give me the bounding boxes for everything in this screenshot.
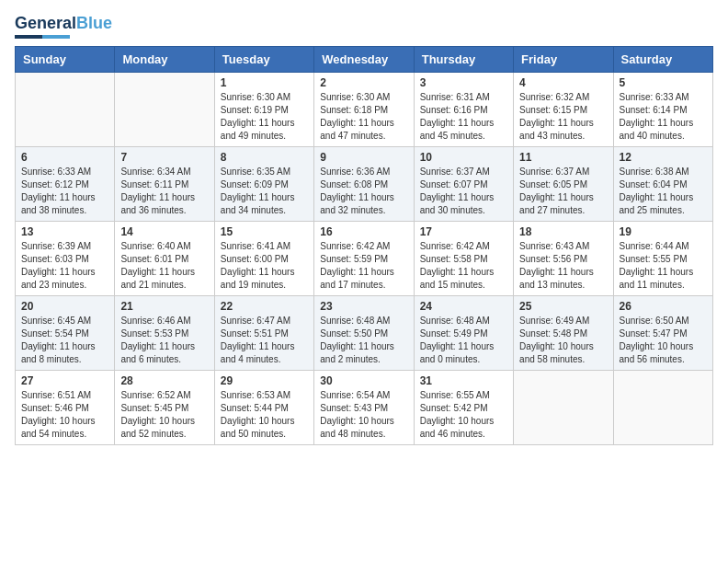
day-number: 31 (420, 374, 507, 387)
day-number: 21 (120, 300, 208, 313)
day-number: 3 (420, 76, 507, 89)
calendar-cell: 21Sunrise: 6:46 AM Sunset: 5:53 PM Dayli… (115, 295, 214, 370)
calendar-week-1: 1Sunrise: 6:30 AM Sunset: 6:19 PM Daylig… (16, 72, 713, 146)
day-number: 2 (320, 76, 407, 89)
calendar-cell: 23Sunrise: 6:48 AM Sunset: 5:50 PM Dayli… (314, 295, 414, 370)
cell-content: Sunrise: 6:44 AM Sunset: 5:55 PM Dayligh… (620, 240, 707, 292)
calendar-cell: 11Sunrise: 6:37 AM Sunset: 6:05 PM Dayli… (514, 146, 613, 221)
logo-text: GeneralBlue (15, 15, 112, 33)
logo-bar (15, 35, 70, 39)
calendar-header-row: SundayMondayTuesdayWednesdayThursdayFrid… (16, 46, 713, 72)
cell-content: Sunrise: 6:49 AM Sunset: 5:48 PM Dayligh… (519, 315, 607, 366)
cell-content: Sunrise: 6:32 AM Sunset: 6:15 PM Dayligh… (519, 91, 607, 143)
day-header-monday: Monday (115, 46, 214, 72)
cell-content: Sunrise: 6:41 AM Sunset: 6:00 PM Dayligh… (221, 240, 308, 292)
calendar-cell: 5Sunrise: 6:33 AM Sunset: 6:14 PM Daylig… (613, 72, 712, 146)
day-number: 22 (221, 300, 308, 313)
cell-content: Sunrise: 6:34 AM Sunset: 6:11 PM Dayligh… (120, 166, 208, 217)
calendar-cell: 12Sunrise: 6:38 AM Sunset: 6:04 PM Dayli… (613, 146, 712, 221)
day-number: 8 (221, 151, 308, 164)
calendar-cell: 19Sunrise: 6:44 AM Sunset: 5:55 PM Dayli… (613, 221, 712, 295)
day-number: 27 (21, 374, 108, 387)
day-header-friday: Friday (514, 46, 613, 72)
calendar-cell: 18Sunrise: 6:43 AM Sunset: 5:56 PM Dayli… (514, 221, 613, 295)
cell-content: Sunrise: 6:54 AM Sunset: 5:43 PM Dayligh… (320, 389, 407, 441)
calendar-week-3: 13Sunrise: 6:39 AM Sunset: 6:03 PM Dayli… (16, 221, 713, 295)
calendar-cell: 6Sunrise: 6:33 AM Sunset: 6:12 PM Daylig… (16, 146, 115, 221)
day-header-thursday: Thursday (414, 46, 513, 72)
logo: GeneralBlue (15, 15, 112, 39)
calendar-cell: 2Sunrise: 6:30 AM Sunset: 6:18 PM Daylig… (314, 72, 414, 146)
cell-content: Sunrise: 6:38 AM Sunset: 6:04 PM Dayligh… (620, 166, 707, 217)
logo-blue: Blue (76, 14, 112, 32)
day-number: 29 (221, 374, 308, 387)
day-number: 16 (320, 225, 407, 238)
day-number: 19 (620, 225, 707, 238)
day-header-sunday: Sunday (16, 46, 115, 72)
calendar-cell: 22Sunrise: 6:47 AM Sunset: 5:51 PM Dayli… (214, 295, 313, 370)
cell-content: Sunrise: 6:45 AM Sunset: 5:54 PM Dayligh… (21, 315, 108, 366)
cell-content: Sunrise: 6:55 AM Sunset: 5:42 PM Dayligh… (420, 389, 507, 441)
day-number: 20 (21, 300, 108, 313)
day-number: 14 (120, 225, 208, 238)
calendar-cell: 1Sunrise: 6:30 AM Sunset: 6:19 PM Daylig… (214, 72, 313, 146)
cell-content: Sunrise: 6:53 AM Sunset: 5:44 PM Dayligh… (221, 389, 308, 441)
calendar-week-5: 27Sunrise: 6:51 AM Sunset: 5:46 PM Dayli… (16, 370, 713, 444)
page-header: GeneralBlue (15, 15, 713, 39)
cell-content: Sunrise: 6:43 AM Sunset: 5:56 PM Dayligh… (519, 240, 607, 292)
cell-content: Sunrise: 6:30 AM Sunset: 6:18 PM Dayligh… (320, 91, 407, 143)
cell-content: Sunrise: 6:36 AM Sunset: 6:08 PM Dayligh… (320, 166, 407, 217)
calendar-cell: 27Sunrise: 6:51 AM Sunset: 5:46 PM Dayli… (16, 370, 115, 444)
calendar-cell: 17Sunrise: 6:42 AM Sunset: 5:58 PM Dayli… (414, 221, 513, 295)
calendar-cell: 7Sunrise: 6:34 AM Sunset: 6:11 PM Daylig… (115, 146, 214, 221)
day-header-saturday: Saturday (613, 46, 712, 72)
day-number: 5 (620, 76, 707, 89)
calendar-cell: 3Sunrise: 6:31 AM Sunset: 6:16 PM Daylig… (414, 72, 513, 146)
calendar-cell (115, 72, 214, 146)
day-number: 13 (21, 225, 108, 238)
day-number: 7 (120, 151, 208, 164)
day-number: 23 (320, 300, 407, 313)
day-number: 4 (519, 76, 607, 89)
day-header-wednesday: Wednesday (314, 46, 414, 72)
calendar-cell: 14Sunrise: 6:40 AM Sunset: 6:01 PM Dayli… (115, 221, 214, 295)
day-number: 9 (320, 151, 407, 164)
cell-content: Sunrise: 6:33 AM Sunset: 6:14 PM Dayligh… (620, 91, 707, 143)
day-number: 1 (221, 76, 308, 89)
cell-content: Sunrise: 6:37 AM Sunset: 6:07 PM Dayligh… (420, 166, 507, 217)
cell-content: Sunrise: 6:31 AM Sunset: 6:16 PM Dayligh… (420, 91, 507, 143)
calendar-cell: 10Sunrise: 6:37 AM Sunset: 6:07 PM Dayli… (414, 146, 513, 221)
cell-content: Sunrise: 6:37 AM Sunset: 6:05 PM Dayligh… (519, 166, 607, 217)
calendar-week-2: 6Sunrise: 6:33 AM Sunset: 6:12 PM Daylig… (16, 146, 713, 221)
cell-content: Sunrise: 6:47 AM Sunset: 5:51 PM Dayligh… (221, 315, 308, 366)
calendar-cell: 31Sunrise: 6:55 AM Sunset: 5:42 PM Dayli… (414, 370, 513, 444)
calendar-cell: 9Sunrise: 6:36 AM Sunset: 6:08 PM Daylig… (314, 146, 414, 221)
calendar-cell (514, 370, 613, 444)
day-number: 15 (221, 225, 308, 238)
cell-content: Sunrise: 6:50 AM Sunset: 5:47 PM Dayligh… (620, 315, 707, 366)
cell-content: Sunrise: 6:42 AM Sunset: 5:59 PM Dayligh… (320, 240, 407, 292)
calendar-table: SundayMondayTuesdayWednesdayThursdayFrid… (15, 46, 713, 445)
day-number: 30 (320, 374, 407, 387)
day-number: 6 (21, 151, 108, 164)
day-number: 24 (420, 300, 507, 313)
calendar-cell: 16Sunrise: 6:42 AM Sunset: 5:59 PM Dayli… (314, 221, 414, 295)
calendar-cell: 25Sunrise: 6:49 AM Sunset: 5:48 PM Dayli… (514, 295, 613, 370)
day-number: 28 (120, 374, 208, 387)
day-number: 12 (620, 151, 707, 164)
cell-content: Sunrise: 6:33 AM Sunset: 6:12 PM Dayligh… (21, 166, 108, 217)
calendar-cell: 13Sunrise: 6:39 AM Sunset: 6:03 PM Dayli… (16, 221, 115, 295)
calendar-cell: 28Sunrise: 6:52 AM Sunset: 5:45 PM Dayli… (115, 370, 214, 444)
calendar-cell: 15Sunrise: 6:41 AM Sunset: 6:00 PM Dayli… (214, 221, 313, 295)
calendar-cell: 26Sunrise: 6:50 AM Sunset: 5:47 PM Dayli… (613, 295, 712, 370)
calendar-cell: 20Sunrise: 6:45 AM Sunset: 5:54 PM Dayli… (16, 295, 115, 370)
cell-content: Sunrise: 6:30 AM Sunset: 6:19 PM Dayligh… (221, 91, 308, 143)
calendar-cell: 29Sunrise: 6:53 AM Sunset: 5:44 PM Dayli… (214, 370, 313, 444)
cell-content: Sunrise: 6:48 AM Sunset: 5:49 PM Dayligh… (420, 315, 507, 366)
calendar-cell: 4Sunrise: 6:32 AM Sunset: 6:15 PM Daylig… (514, 72, 613, 146)
cell-content: Sunrise: 6:42 AM Sunset: 5:58 PM Dayligh… (420, 240, 507, 292)
calendar-cell (613, 370, 712, 444)
cell-content: Sunrise: 6:48 AM Sunset: 5:50 PM Dayligh… (320, 315, 407, 366)
cell-content: Sunrise: 6:51 AM Sunset: 5:46 PM Dayligh… (21, 389, 108, 441)
day-header-tuesday: Tuesday (214, 46, 313, 72)
